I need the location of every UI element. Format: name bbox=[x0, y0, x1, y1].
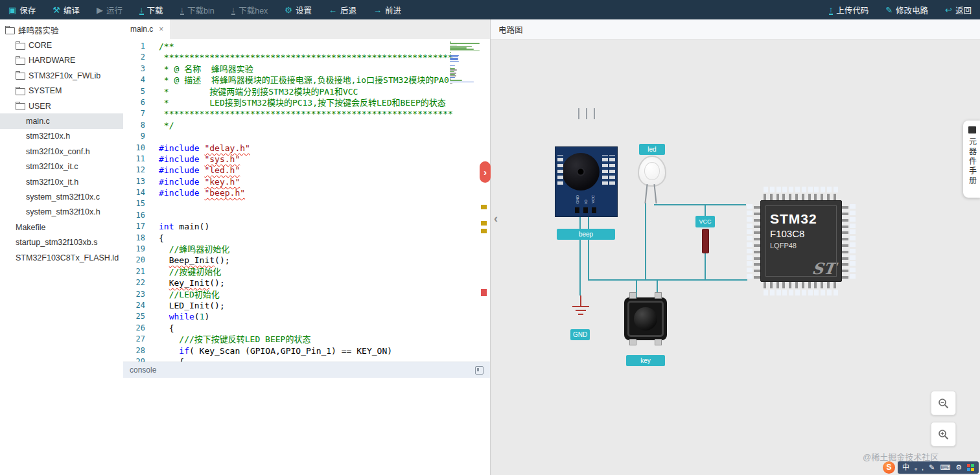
expand-editor-handle[interactable]: › bbox=[480, 161, 491, 183]
ground-symbol[interactable] bbox=[570, 295, 592, 321]
line-number: 3 bbox=[123, 64, 145, 75]
wire bbox=[579, 216, 581, 295]
key-tag[interactable]: key bbox=[626, 355, 665, 366]
code-line-content: //按键初始化 bbox=[145, 266, 221, 277]
minimap[interactable] bbox=[450, 41, 481, 84]
code-line: 20 Beep_Init(); bbox=[123, 255, 490, 266]
code-editor[interactable]: 1/**2 **********************************… bbox=[123, 39, 490, 362]
toolbar-button-settings[interactable]: ⚙设置 bbox=[276, 0, 320, 19]
code-line: 25 while(1) bbox=[123, 311, 490, 322]
download-hex-icon: ↓ bbox=[231, 5, 236, 15]
buzzer-bottom-pins bbox=[575, 207, 600, 213]
code-line-content: #include "sys.h" bbox=[145, 154, 240, 165]
tree-item--[interactable]: 蜂鸣器实验 bbox=[0, 23, 123, 38]
toolbar-button-upload-code[interactable]: ↑上传代码 bbox=[821, 0, 878, 19]
code-line-content: * 按键两端分别接STM32模块的PA1和VCC bbox=[145, 86, 358, 97]
tree-item-label: system_stm32f10x.h bbox=[26, 207, 100, 216]
zoom-out-button[interactable] bbox=[931, 391, 956, 415]
code-line-content bbox=[145, 131, 159, 142]
vcc-tag[interactable]: VCC bbox=[695, 216, 715, 227]
toolbar-button-forward[interactable]: →前进 bbox=[365, 0, 410, 19]
key-button-component[interactable] bbox=[624, 297, 667, 340]
code-line-content: //LED初始化 bbox=[145, 289, 220, 300]
toolbar-button-download[interactable]: ↓下载 bbox=[131, 0, 172, 19]
toolbar-button-compile[interactable]: ⚒编译 bbox=[44, 0, 88, 19]
code-line-content bbox=[145, 198, 159, 209]
chip-pin-labels-right bbox=[850, 203, 856, 279]
line-number: 1 bbox=[123, 41, 145, 52]
buzzer-pin-stub bbox=[578, 108, 579, 119]
code-line-content: Beep_Init(); bbox=[145, 255, 230, 266]
circuit-canvas[interactable]: GND IO VCC beep led VCC STM32 F103C8 bbox=[491, 40, 980, 475]
tree-item-STM32F103C8Tx_FLASH.ld[interactable]: STM32F103C8Tx_FLASH.ld bbox=[0, 250, 123, 265]
tree-item-startup_stm32f103xb.s[interactable]: startup_stm32f103xb.s bbox=[0, 235, 123, 249]
code-line: 12#include "led.h" bbox=[123, 165, 490, 176]
toolbar-button-return[interactable]: ↩返回 bbox=[937, 0, 980, 19]
tree-item-label: startup_stm32f103xb.s bbox=[16, 238, 97, 247]
code-line: 13#include "key.h" bbox=[123, 176, 490, 187]
tree-item-system_stm32f10x.h[interactable]: system_stm32f10x.h bbox=[0, 205, 123, 220]
tree-item-USER[interactable]: USER bbox=[0, 98, 123, 113]
tree-item-label: 蜂鸣器实验 bbox=[18, 24, 59, 36]
code-line: 19 //蜂鸣器初始化 bbox=[123, 244, 490, 255]
tree-item-HARDWARE[interactable]: HARDWARE bbox=[0, 53, 123, 68]
line-number: 5 bbox=[123, 86, 145, 97]
code-line-content: while(1) bbox=[145, 311, 209, 322]
ime-toolbar[interactable]: S 中 。, ✎ ⌨ ⚙ bbox=[883, 461, 979, 474]
buzzer-tag[interactable]: beep bbox=[557, 229, 615, 240]
chip-pin-labels-bottom bbox=[764, 290, 839, 295]
ime-keyboard-icon[interactable]: ⌨ bbox=[940, 464, 950, 471]
tree-item-stm32f10x_it.c[interactable]: stm32f10x_it.c bbox=[0, 159, 123, 174]
stm32-chip[interactable]: STM32 F103C8 LQFP48 ST bbox=[746, 186, 856, 296]
line-number: 25 bbox=[123, 311, 145, 322]
console-title: console bbox=[130, 365, 156, 375]
tree-item-SYSTEM[interactable]: SYSTEM bbox=[0, 84, 123, 98]
collapse-circuit-handle[interactable]: ‹ bbox=[491, 209, 500, 228]
tree-item-Makefile[interactable]: Makefile bbox=[0, 220, 123, 235]
code-line: 27 ///按下按键反转LED BEEP的状态 bbox=[123, 334, 490, 345]
minimap-line bbox=[450, 45, 457, 46]
wire bbox=[654, 204, 706, 205]
gnd-tag[interactable]: GND bbox=[570, 329, 590, 340]
folder-icon bbox=[16, 73, 25, 80]
ime-pen-icon[interactable]: ✎ bbox=[929, 464, 935, 471]
tree-item-stm32f10x.h[interactable]: stm32f10x.h bbox=[0, 129, 123, 144]
zoom-in-button[interactable] bbox=[931, 422, 956, 446]
tree-item-CORE[interactable]: CORE bbox=[0, 38, 123, 52]
toolbar-button-label: 下载bin bbox=[187, 4, 215, 16]
scroll-marker-warning bbox=[481, 229, 487, 233]
code-line-content: * @ 名称 蜂鸣器实验 bbox=[145, 64, 253, 75]
console-output bbox=[123, 378, 490, 475]
resistor-component[interactable] bbox=[702, 229, 709, 253]
tab-close-icon[interactable]: × bbox=[159, 25, 163, 34]
led-tag[interactable]: led bbox=[639, 144, 665, 155]
led-component[interactable] bbox=[638, 156, 666, 187]
tree-item-STM32F10x_FWLib[interactable]: STM32F10x_FWLib bbox=[0, 68, 123, 83]
ime-language-toggle[interactable]: 中 bbox=[902, 464, 909, 471]
ime-tool-icon[interactable]: ⚙ bbox=[955, 464, 962, 471]
file-explorer: 蜂鸣器实验COREHARDWARESTM32F10x_FWLibSYSTEMUS… bbox=[0, 19, 124, 475]
tree-item-stm32f10x_conf.h[interactable]: stm32f10x_conf.h bbox=[0, 144, 123, 159]
toolbar-button-back[interactable]: ←后退 bbox=[320, 0, 365, 19]
sogou-grid-icon[interactable] bbox=[967, 464, 974, 471]
console-panel-icon[interactable] bbox=[475, 366, 484, 375]
upload-code-icon: ↑ bbox=[829, 5, 834, 15]
tree-item-main.c[interactable]: main.c bbox=[0, 113, 123, 128]
console-header: console bbox=[123, 362, 490, 378]
code-line-content: #include "key.h" bbox=[145, 176, 240, 187]
toolbar-button-save[interactable]: ▣保存 bbox=[0, 0, 44, 19]
sogou-logo-icon[interactable]: S bbox=[883, 461, 895, 474]
tree-item-stm32f10x_it.h[interactable]: stm32f10x_it.h bbox=[0, 174, 123, 189]
code-line-content: int main() bbox=[145, 221, 209, 232]
folder-icon bbox=[16, 88, 25, 95]
line-number: 27 bbox=[123, 334, 145, 345]
toolbar-button-edit-circuit[interactable]: ✎修改电路 bbox=[877, 0, 937, 19]
ime-punctuation-toggle[interactable]: 。, bbox=[915, 464, 924, 471]
tree-item-system_stm32f10x.c[interactable]: system_stm32f10x.c bbox=[0, 189, 123, 204]
tree-item-label: stm32f10x_it.c bbox=[26, 162, 78, 171]
buzzer-module[interactable]: GND IO VCC bbox=[555, 146, 618, 217]
tab-main-c[interactable]: main.c × bbox=[123, 19, 171, 39]
code-line: 15 bbox=[123, 198, 490, 209]
component-manual-button[interactable]: 元器件手册 bbox=[963, 121, 980, 198]
st-logo: ST bbox=[811, 259, 836, 278]
